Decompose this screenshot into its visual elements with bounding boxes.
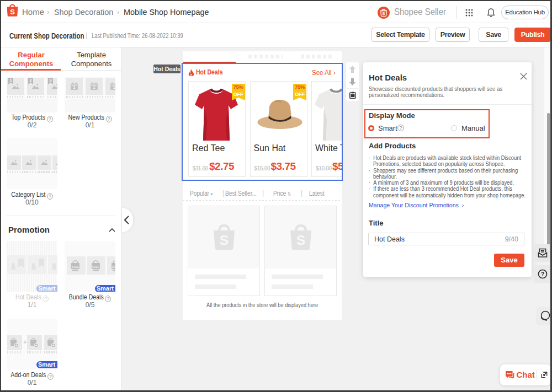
svg-text:SALE: SALE xyxy=(72,265,79,269)
svg-text:S: S xyxy=(296,233,305,248)
svg-text:SALE: SALE xyxy=(112,265,115,269)
svg-text:1: 1 xyxy=(73,85,75,89)
svg-text:S: S xyxy=(382,11,385,16)
svg-text:SALE: SALE xyxy=(92,265,99,269)
svg-text:1: 1 xyxy=(10,78,12,83)
svg-text:1: 1 xyxy=(93,85,95,89)
svg-text:S: S xyxy=(220,233,229,248)
svg-text:2: 2 xyxy=(30,78,32,83)
svg-text:1: 1 xyxy=(113,85,115,89)
svg-text:3: 3 xyxy=(50,78,52,83)
svg-text:?: ? xyxy=(540,271,544,277)
svg-text:S: S xyxy=(10,8,15,16)
